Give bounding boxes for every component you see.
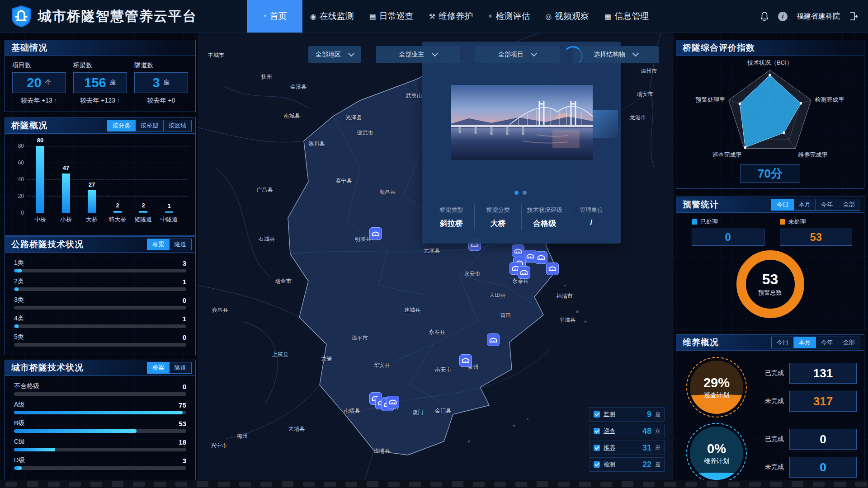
region-select[interactable]: 全部地区 [308,46,361,63]
owner-select[interactable]: 全部业主 [376,46,460,63]
carousel-dot[interactable] [523,191,527,195]
org-name[interactable]: 福建省建科院 [797,12,840,21]
ribbon-box [27,481,38,487]
legend-label[interactable]: 监测 [604,410,615,418]
condition-row-3类: 3类0 [14,296,186,310]
gauge-icon: ◔ [262,12,267,20]
bridge-attr-技术状况评级: 技术状况评级合格级 [521,204,568,230]
progress-track [14,269,186,272]
nav-item-信息管理[interactable]: ▦信息管理 [597,0,656,33]
legend-label[interactable]: 维养 [604,444,615,452]
tab-overview-按区域[interactable]: 按区域 [164,120,192,131]
tab-overview-按分类[interactable]: 按分类 [107,120,136,131]
legend-count: 9 [647,410,651,419]
structure-select[interactable]: 选择结构物 [573,46,659,63]
tab-highway-桥梁[interactable]: 桥梁 [147,239,170,250]
condition-row-1类: 1类3 [14,259,186,272]
bar-大桥 [88,190,96,213]
legend-label[interactable]: 巡查 [604,427,615,435]
y-tick-label: 60 [9,160,24,166]
province-map[interactable]: 丰城市抚州金溪县南城县武夷山光泽县邵武市黎川县泰宁县顺昌县广昌县明溪县石城县尤溪… [198,33,674,480]
tab-overview-按桥型[interactable]: 按桥型 [136,120,164,131]
tab-maintenance-本月[interactable]: 本月 [794,337,816,348]
nav-item-视频观察[interactable]: ◎视频观察 [538,0,597,33]
stat-unit: 个 [45,79,52,87]
map-label-厦门: 厦门 [413,408,424,416]
tab-warning-本月[interactable]: 本月 [794,199,816,211]
ribbon-box [260,482,272,487]
highway-condition-list: 1类32类13类04类15类0 [5,253,195,347]
info-icon[interactable]: i [778,12,788,21]
bridge-marker[interactable] [518,266,530,279]
checkbox-checked-icon[interactable] [594,428,600,434]
notifications-bell-icon[interactable] [760,11,769,21]
checkbox-checked-icon[interactable] [594,445,600,451]
attr-value: 合格级 [522,218,568,229]
done-value: 0 [789,429,857,450]
tab-maintenance-今日[interactable]: 今日 [771,337,794,348]
tab-maintenance-全部[interactable]: 全部 [838,337,860,348]
checkbox-checked-icon[interactable] [594,461,600,468]
undone-label: 未完成 [759,397,784,405]
gauge-维养计划: 0%维养计划 [686,423,747,483]
bridge-photo[interactable] [451,85,593,160]
nav-item-日常巡查[interactable]: ▤日常巡查 [362,0,421,33]
nav-item-label: 视频观察 [555,10,589,22]
ribbon-box [239,482,251,487]
bridge-attr-管理单位: 管理单位/ [568,204,614,230]
tab-highway-隧道[interactable]: 隧道 [170,239,192,250]
stat-隧道数: 隧道数3座较去年 +0 [134,61,188,105]
bridge-marker[interactable] [387,396,399,408]
legend-unit: 座 [655,427,660,435]
undone-value: 317 [789,391,857,412]
bar-特大桥 [113,211,122,213]
legend-label[interactable]: 检测 [604,460,615,469]
ribbon-box [792,481,803,487]
panel-highway-condition: 公路桥隧技术状况 桥梁隧道 1类32类13类04类15类0 [5,236,196,355]
map-label-连城县: 连城县 [404,306,420,314]
bridge-marker[interactable] [512,244,524,257]
nav-item-label: 检测评估 [495,10,530,22]
ribbon-box [367,481,378,487]
condition-label: 5类 [14,333,24,341]
done-label: 已完成 [759,435,784,443]
stat-桥梁数: 桥梁数156座较去年 +123↑ [73,61,127,105]
stat-项目数: 项目数20个较去年 +13↑ [12,61,66,105]
attr-value: 斜拉桥 [428,218,474,229]
tab-urban-桥梁[interactable]: 桥梁 [147,362,170,374]
next-photo-thumbnail[interactable] [593,110,618,138]
stat-unit: 座 [164,79,170,87]
bar-中桥 [36,146,44,213]
nav-item-在线监测[interactable]: ◉在线监测 [302,0,362,33]
nav-item-首页[interactable]: ◔首页 [247,0,302,33]
bar-value: 2 [134,202,152,209]
logout-icon[interactable] [849,12,858,21]
tab-warning-今年[interactable]: 今年 [816,199,838,211]
nav-item-检测评估[interactable]: ⌖检测评估 [481,0,538,33]
map-label-南安市: 南安市 [435,366,451,374]
tab-warning-今日[interactable]: 今日 [771,199,794,211]
ribbon-box [664,482,676,487]
map-label-南城县: 南城县 [283,112,300,120]
progress-fill [14,269,22,272]
legend-row-巡查: 巡查48座 [590,424,665,438]
nav-item-label: 日常巡查 [379,10,414,22]
bridge-marker[interactable] [535,251,547,264]
bar-value: 47 [57,164,75,171]
repair-icon: ⚒ [429,12,435,21]
bridge-marker[interactable] [546,263,559,275]
nav-item-维修养护[interactable]: ⚒维修养护 [421,0,481,33]
bridge-marker[interactable] [369,227,382,240]
y-tick-label: 0 [9,210,24,216]
project-select[interactable]: 全部项目 [475,46,560,63]
checkbox-checked-icon[interactable] [594,411,600,418]
tab-urban-隧道[interactable]: 隧道 [170,362,192,374]
bridge-marker[interactable] [459,354,472,367]
maintenance-row-维养计划: 0%维养计划已完成0未完成0 [686,422,857,485]
carousel-dot[interactable] [514,191,519,195]
bridge-marker[interactable] [487,333,500,346]
tab-warning-全部[interactable]: 全部 [838,199,860,211]
map-label-大埔县: 大埔县 [288,425,305,433]
panel-title: 城市桥隧技术状况 [5,362,84,374]
tab-maintenance-今年[interactable]: 今年 [816,337,838,348]
